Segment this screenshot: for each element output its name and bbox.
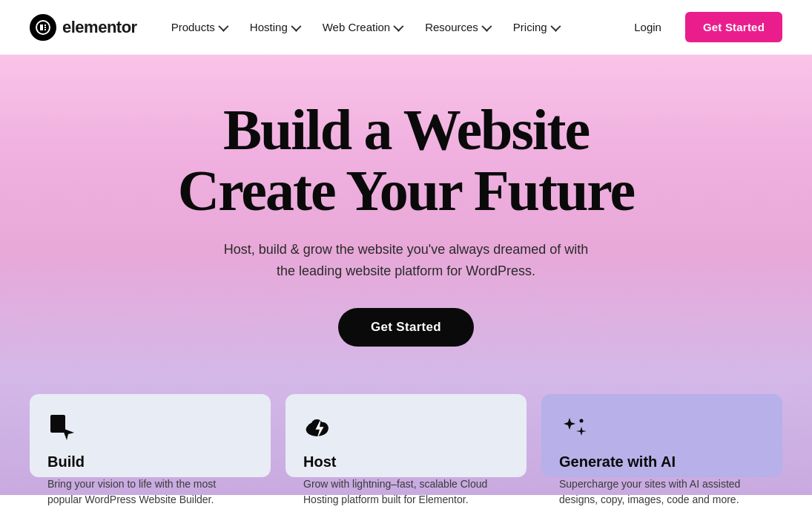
host-icon [303,412,336,445]
svg-rect-4 [44,29,46,30]
build-icon [47,412,80,445]
build-card-title: Build [47,453,253,471]
ai-icon [559,412,592,445]
host-card-desc: Grow with lightning–fast, scalable Cloud… [303,476,509,508]
build-card: Build Bring your vision to life with the… [30,394,271,477]
nav-item-products[interactable]: Products [161,15,237,39]
nav-right: Login Get Started [622,12,782,42]
svg-marker-6 [62,428,74,440]
chevron-down-icon [393,21,403,31]
cards-section: Build Bring your vision to life with the… [0,376,812,495]
chevron-down-icon [550,21,561,31]
ai-card-title: Generate with AI [559,453,765,471]
navbar: elementor Products Hosting Web Creation … [0,0,812,55]
get-started-nav-button[interactable]: Get Started [685,12,782,42]
hero-subtitle: Host, build & grow the website you've al… [214,239,599,282]
chevron-down-icon [291,21,301,31]
nav-item-hosting[interactable]: Hosting [240,15,309,39]
svg-point-12 [580,419,584,423]
svg-rect-1 [40,24,43,30]
svg-rect-2 [44,24,46,26]
logo[interactable]: elementor [30,14,137,41]
svg-rect-3 [44,27,46,28]
build-card-desc: Bring your vision to life with the most … [47,476,253,508]
chevron-down-icon [218,21,228,31]
host-card-title: Host [303,453,509,471]
logo-text: elementor [62,18,137,37]
logo-icon [30,14,56,41]
ai-card-desc: Supercharge your sites with AI assisted … [559,476,765,508]
chevron-down-icon [481,21,492,31]
hero-cta-button[interactable]: Get Started [338,308,474,347]
nav-item-web-creation[interactable]: Web Creation [312,15,412,39]
ai-card: Generate with AI Supercharge your sites … [541,394,782,477]
nav-item-resources[interactable]: Resources [415,15,500,39]
nav-links: Products Hosting Web Creation Resources … [161,15,623,39]
hero-title: Build a Website Create Your Future [30,99,782,221]
login-button[interactable]: Login [622,15,673,39]
host-card: Host Grow with lightning–fast, scalable … [285,394,527,477]
hero-section: Build a Website Create Your Future Host,… [0,55,812,376]
nav-item-pricing[interactable]: Pricing [503,15,569,39]
